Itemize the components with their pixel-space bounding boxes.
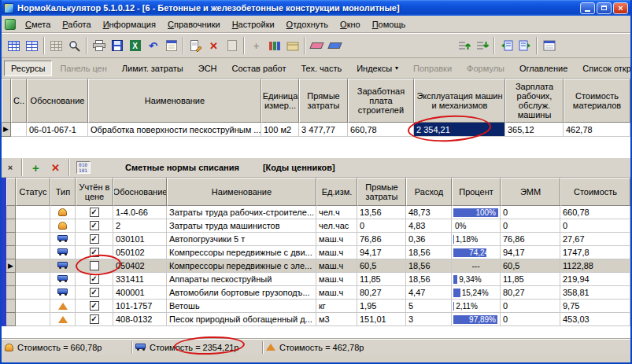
delete-resource-button[interactable]: ✕ <box>46 158 65 177</box>
rate-cell[interactable]: 48,73 <box>406 206 452 219</box>
print-icon[interactable] <box>90 36 108 55</box>
status-cell[interactable] <box>16 206 50 219</box>
unit-cell[interactable]: 100 м2 <box>261 123 299 137</box>
tab-resursy[interactable]: Ресурсы <box>4 61 52 76</box>
included-checkbox[interactable]: ✓ <box>76 313 113 326</box>
undo-icon[interactable]: ↶ <box>144 36 162 55</box>
tab-teh-chast[interactable]: Тех. часть <box>294 61 349 76</box>
library-icon[interactable] <box>283 36 301 55</box>
emm-cell[interactable]: 0 <box>501 206 560 219</box>
copy-table-icon[interactable] <box>23 36 41 55</box>
code-cell[interactable]: 331411 <box>113 273 167 286</box>
name-cell[interactable]: Аппараты пескоструйный <box>167 273 316 286</box>
unit-cell[interactable]: м3 <box>316 313 357 326</box>
direct-cell[interactable]: 80,27 <box>357 286 406 300</box>
cost-cell[interactable]: 660,78 <box>560 206 630 219</box>
emm-cell[interactable]: 0 <box>501 300 560 313</box>
rate-cell[interactable]: 18,56 <box>406 273 452 286</box>
direct-cell[interactable]: 151,01 <box>357 313 406 326</box>
menu-informacia[interactable]: Информация <box>98 18 161 31</box>
percent-cell[interactable]: 15,24% <box>452 286 501 300</box>
name-cell[interactable]: Ветошь <box>167 300 316 313</box>
menu-spravochniki[interactable]: Справочники <box>162 18 226 31</box>
included-checkbox[interactable]: ✓ <box>76 273 113 286</box>
code-cell[interactable]: 050102 <box>113 246 167 259</box>
percent-cell[interactable]: 100% <box>452 206 501 219</box>
code-cell[interactable]: 1-4.0-66 <box>113 206 167 219</box>
name-cell[interactable]: Компрессоры передвижные с дви... <box>167 246 316 259</box>
menu-okno[interactable]: Окно <box>334 18 366 31</box>
code-cell[interactable]: 400001 <box>113 286 167 300</box>
rate-cell[interactable]: 3 <box>406 313 452 326</box>
cost-cell[interactable]: 358,81 <box>560 286 630 300</box>
minimize-button[interactable] <box>580 2 595 14</box>
code-cell[interactable]: 030101 <box>113 233 167 246</box>
menu-nastroyki[interactable]: Настройки <box>227 18 280 31</box>
tab-panel-cen[interactable]: Панель цен <box>53 61 113 76</box>
form-icon[interactable] <box>162 36 180 55</box>
page-disabled-icon[interactable] <box>223 36 241 55</box>
tree-expand-icon[interactable] <box>455 36 473 55</box>
cost-cell[interactable]: 219,94 <box>560 273 630 286</box>
materials-cost-cell[interactable]: 462,78 <box>564 123 630 137</box>
price-codes-button[interactable]: 010 101 <box>74 158 92 177</box>
tab-popravki[interactable]: Поправки <box>406 61 459 76</box>
close-button[interactable]: × <box>613 2 628 14</box>
code-cell[interactable]: 2 <box>113 219 167 233</box>
included-checkbox[interactable]: ✓ <box>76 219 113 233</box>
direct-cell[interactable]: 11,85 <box>357 273 406 286</box>
search-icon[interactable] <box>65 36 83 55</box>
name-cell[interactable]: Компрессоры передвижные с эле... <box>167 259 316 273</box>
included-checkbox[interactable]: ✓ <box>76 286 113 300</box>
status-cell[interactable] <box>16 219 50 233</box>
unit-cell[interactable]: маш.ч <box>316 259 357 273</box>
tab-spisok-okon[interactable]: Список открытых окон▾ <box>575 61 632 76</box>
included-checkbox[interactable]: ✓ <box>76 206 113 219</box>
code-cell[interactable]: 101-1757 <box>113 300 167 313</box>
status-cell[interactable] <box>16 233 50 246</box>
cost-cell[interactable]: 453,03 <box>560 313 630 326</box>
row-050402-checkbox[interactable] <box>76 259 113 273</box>
emm-cell[interactable]: 0 <box>501 313 560 326</box>
rate-cell[interactable]: 18,56 <box>406 246 452 259</box>
rate-cell[interactable]: 0,36 <box>406 233 452 246</box>
percent-cell[interactable]: 2,11% <box>452 300 501 313</box>
included-checkbox[interactable]: ✓ <box>76 300 113 313</box>
s-cell[interactable] <box>11 123 27 137</box>
status-cell[interactable] <box>16 259 50 273</box>
list-next-icon[interactable] <box>516 36 534 55</box>
tab-oglavlenie[interactable]: Оглавление <box>512 61 575 76</box>
restore-button[interactable] <box>597 2 612 14</box>
cost-cell[interactable]: 27,67 <box>560 233 630 246</box>
percent-cell[interactable]: --- <box>452 259 501 273</box>
emm-cell[interactable]: 76,86 <box>501 233 560 246</box>
tab-esn[interactable]: ЭСН <box>191 61 224 76</box>
name-cell[interactable]: Автомобили бортовые грузоподъ... <box>167 286 316 300</box>
included-checkbox[interactable]: ✓ <box>76 233 113 246</box>
code-cell[interactable]: 408-0132 <box>113 313 167 326</box>
emm-cell[interactable]: 60,5 <box>501 259 560 273</box>
status-cell[interactable] <box>16 313 50 326</box>
delete-icon[interactable]: ✕ <box>205 36 223 55</box>
list-prev-icon[interactable] <box>497 36 516 55</box>
tab-limit-zatraty[interactable]: Лимит. затраты <box>115 61 190 76</box>
eraser-blue-icon[interactable] <box>326 36 344 55</box>
window-list-icon[interactable] <box>540 36 558 55</box>
percent-cell[interactable]: 9,34% <box>452 273 501 286</box>
rate-cell[interactable]: 4,83 <box>406 219 452 233</box>
save-icon[interactable] <box>108 36 126 55</box>
unit-cell[interactable]: маш.ч <box>316 286 357 300</box>
direct-cell[interactable]: 94,17 <box>357 246 406 259</box>
rate-cell[interactable]: 4,47 <box>406 286 452 300</box>
cost-cell[interactable]: 1122,88 <box>560 259 630 273</box>
direct-cell[interactable]: 13,56 <box>357 206 406 219</box>
tab-formuly[interactable]: Формулы <box>460 61 512 76</box>
emm-cell[interactable]: 80,27 <box>501 286 560 300</box>
unit-cell[interactable]: кг <box>316 300 357 313</box>
direct-cell[interactable]: 0 <box>357 219 406 233</box>
status-cell[interactable] <box>16 273 50 286</box>
unit-cell[interactable]: чел.ч <box>316 206 357 219</box>
name-cell[interactable]: Затраты труда рабочих-строителе... <box>167 206 316 219</box>
menu-pomosh[interactable]: Помощь <box>367 18 412 31</box>
tab-indeksy[interactable]: Индексы▾ <box>349 61 405 76</box>
